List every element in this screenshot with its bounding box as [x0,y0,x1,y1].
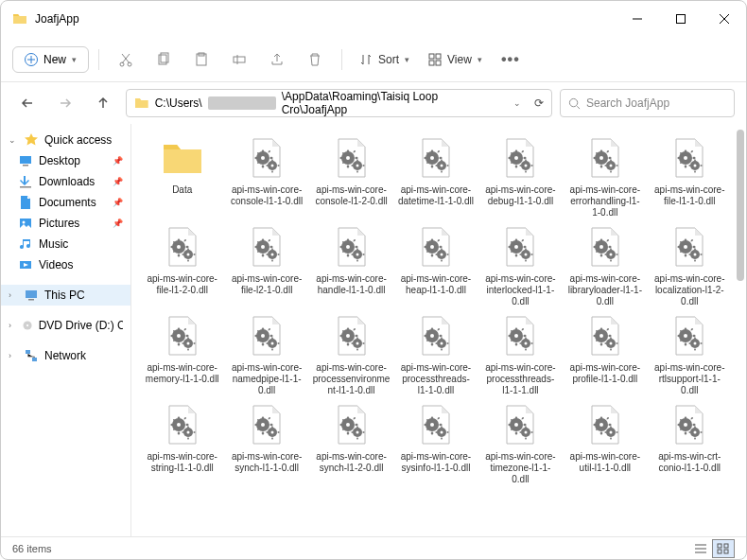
chevron-down-icon[interactable]: ⌄ [513,98,521,108]
svg-point-111 [261,423,265,427]
sidebar-this-pc[interactable]: › This PC [1,285,130,306]
svg-rect-20 [26,290,37,298]
file-item[interactable]: api-ms-win-core-heap-l1-1-0.dll [394,222,477,309]
forward-button[interactable] [50,88,80,118]
sidebar-quick-access[interactable]: ⌄ Quick access [1,130,130,150]
chevron-down-icon: ▾ [405,55,409,64]
up-button[interactable] [88,88,118,118]
file-item[interactable]: api-ms-win-core-rtlsupport-l1-1-0.dll [649,311,731,398]
toolbar: New ▾ Sort ▾ View ▾ ••• [1,37,746,82]
file-label: api-ms-win-core-profile-l1-1-0.dll [566,362,644,396]
file-item[interactable]: api-ms-win-core-synch-l1-2-0.dll [310,400,392,487]
close-button[interactable] [703,1,746,37]
file-item[interactable]: api-ms-win-core-console-l1-2-0.dll [310,133,392,220]
file-item[interactable]: api-ms-win-core-libraryloader-l1-1-0.dll [564,222,646,309]
back-button[interactable] [12,88,43,118]
file-item[interactable]: api-ms-win-core-profile-l1-1-0.dll [564,311,646,398]
sort-button[interactable]: Sort ▾ [352,47,417,72]
maximize-button[interactable] [659,1,703,37]
cut-button[interactable] [109,44,143,75]
sidebar-item-desktop[interactable]: Desktop📌 [1,150,130,171]
file-label: api-ms-win-core-processenvironment-l1-1-… [313,362,391,396]
new-button[interactable]: New ▾ [12,46,89,73]
sidebar-item-pictures[interactable]: Pictures📌 [1,213,130,234]
share-button[interactable] [260,44,294,75]
file-item[interactable]: api-ms-win-crt-conio-l1-1-0.dll [649,400,731,487]
svg-point-109 [186,431,189,434]
file-item[interactable]: api-ms-win-core-synch-l1-1-0.dll [225,400,307,487]
file-item[interactable]: api-ms-win-core-debug-l1-1-0.dll [479,133,562,220]
sort-icon [359,53,373,66]
icons-view-button[interactable] [712,539,735,558]
refresh-button[interactable]: ⟳ [534,96,544,110]
sidebar-item-downloads[interactable]: Downloads📌 [1,171,130,192]
file-item[interactable]: api-ms-win-core-handle-l1-1-0.dll [310,222,392,309]
copy-button[interactable] [147,44,181,75]
file-item[interactable]: api-ms-win-core-file-l1-2-0.dll [141,222,223,309]
file-item[interactable]: api-ms-win-core-processenvironment-l1-1-… [310,311,392,398]
svg-point-95 [514,334,518,338]
file-item[interactable]: api-ms-win-core-datetime-l1-1-0.dll [394,133,477,220]
dll-file-icon [160,313,205,359]
minimize-button[interactable] [616,1,659,37]
svg-point-85 [271,342,274,345]
file-item[interactable]: api-ms-win-core-sysinfo-l1-1-0.dll [394,400,477,487]
path-prefix: C:\Users\ [155,96,202,110]
rename-button[interactable] [222,44,256,75]
svg-point-125 [525,431,528,434]
file-label: api-ms-win-core-string-l1-1-0.dll [144,451,221,485]
view-button[interactable]: View ▾ [421,47,490,72]
details-view-button[interactable] [689,539,712,558]
file-item[interactable]: api-ms-win-core-processthreads-l1-1-1.dl… [479,311,562,398]
file-item[interactable]: api-ms-win-core-interlocked-l1-1-0.dll [479,222,562,309]
desktop-icon [18,153,33,168]
svg-point-49 [694,165,697,167]
star-icon [24,132,39,148]
svg-point-69 [525,254,528,256]
sidebar-item-documents[interactable]: Documents📌 [1,192,130,213]
svg-point-97 [525,342,528,345]
file-item[interactable]: api-ms-win-core-util-l1-1-0.dll [564,400,646,487]
sidebar-dvd[interactable]: › DVD Drive (D:) CCCC [1,315,130,336]
paste-button[interactable] [184,44,218,75]
sidebar-item-music[interactable]: Music [1,234,130,254]
svg-point-129 [609,431,612,434]
file-item[interactable]: api-ms-win-core-processthreads-l1-1-0.dl… [394,311,477,398]
downloads-icon [18,174,33,189]
file-item[interactable]: api-ms-win-core-memory-l1-1-0.dll [141,311,223,398]
search-input[interactable]: Search JoafjApp [560,89,735,117]
svg-point-119 [430,423,434,427]
svg-rect-136 [718,550,721,553]
body: ⌄ Quick access Desktop📌Downloads📌Documen… [1,124,746,536]
sidebar-network[interactable]: › Network [1,345,130,366]
file-item[interactable]: api-ms-win-core-errorhandling-l1-1-0.dll [564,133,646,220]
file-item[interactable]: api-ms-win-core-namedpipe-l1-1-0.dll [225,311,307,398]
view-label: View [447,53,472,66]
more-button[interactable]: ••• [494,44,528,75]
file-label: api-ms-win-core-rtlsupport-l1-1-0.dll [651,362,728,396]
svg-rect-10 [436,54,441,59]
file-item[interactable]: api-ms-win-core-file-l1-1-0.dll [649,133,731,220]
scrollbar[interactable] [737,130,744,281]
sidebar-item-videos[interactable]: Videos [1,254,130,275]
file-item[interactable]: api-ms-win-core-localization-l1-2-0.dll [649,222,731,309]
file-item[interactable]: api-ms-win-core-console-l1-1-0.dll [225,133,307,220]
address-bar[interactable]: C:\Users\████████\AppData\Roaming\Taisiq… [126,89,552,117]
file-label: api-ms-win-core-handle-l1-1-0.dll [313,273,391,307]
folder-icon [134,96,149,111]
svg-point-67 [514,245,518,249]
file-item[interactable]: api-ms-win-core-file-l2-1-0.dll [225,222,307,309]
file-label: api-ms-win-core-debug-l1-1-0.dll [481,184,559,219]
delete-button[interactable] [298,44,332,75]
dll-file-icon [329,313,374,359]
file-label: api-ms-win-core-file-l2-1-0.dll [228,273,305,307]
file-item[interactable]: api-ms-win-core-timezone-l1-1-0.dll [479,400,562,487]
pin-icon: 📌 [113,177,123,186]
pin-icon: 📌 [113,156,123,166]
svg-point-83 [261,334,265,338]
folder-item[interactable]: Data [141,133,223,220]
file-label: api-ms-win-core-file-l1-1-0.dll [651,184,728,219]
dll-file-icon [160,224,205,270]
file-item[interactable]: api-ms-win-core-string-l1-1-0.dll [141,400,223,487]
file-label: api-ms-win-core-errorhandling-l1-1-0.dll [566,184,644,219]
